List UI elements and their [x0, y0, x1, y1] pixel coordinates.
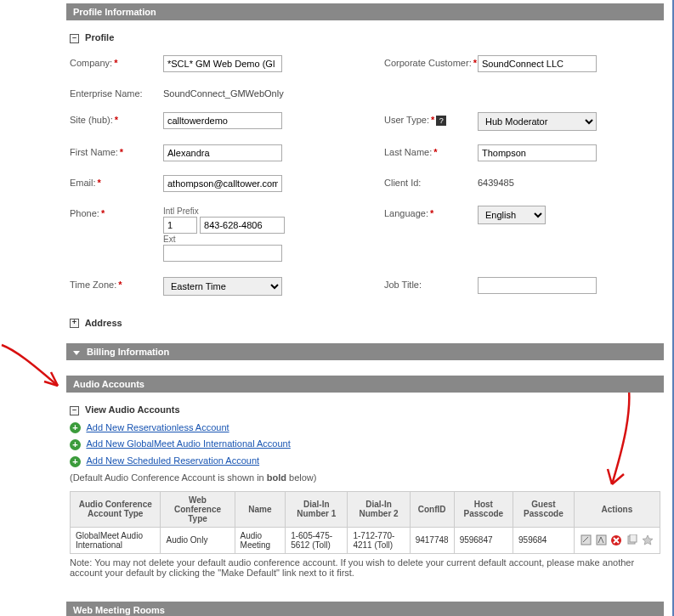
first-name-label: First Name:	[70, 147, 118, 157]
site-label: Site (hub):	[70, 115, 113, 125]
job-title-input[interactable]	[478, 277, 597, 294]
last-name-label: Last Name:	[384, 147, 432, 157]
svg-rect-4	[630, 534, 637, 542]
phone-label: Phone:	[70, 208, 99, 218]
help-icon[interactable]: ?	[436, 116, 446, 126]
corp-customer-label: Corporate Customer:	[384, 58, 472, 68]
user-type-select[interactable]: Hub Moderator	[478, 112, 597, 131]
th-dial1: Dial-In Number 1	[286, 491, 348, 527]
th-guest: Guest Passcode	[513, 491, 575, 527]
audio-footer-note: Note: You may not delete your default au…	[70, 557, 660, 578]
language-select[interactable]: English	[478, 206, 546, 224]
collapse-icon[interactable]: –	[70, 34, 79, 43]
svg-rect-0	[581, 535, 591, 545]
phone-input[interactable]	[200, 217, 285, 234]
star-icon[interactable]	[642, 534, 654, 546]
th-web-type: Web Conference Type	[161, 491, 235, 527]
first-name-input[interactable]	[163, 144, 282, 161]
timezone-select[interactable]: Eastern Time	[163, 277, 282, 296]
section-audio: Audio Accounts	[66, 376, 664, 393]
timezone-label: Time Zone:	[70, 280, 116, 290]
profile-subtitle: Profile	[85, 32, 114, 42]
enterprise-name-label: Enterprise Name:	[70, 88, 143, 99]
default-note-pre: (Default Audio Conference Account is sho…	[70, 472, 267, 483]
th-host: Host Passcode	[454, 491, 513, 527]
client-id-label: Client Id:	[384, 178, 421, 188]
email-label: Email:	[70, 178, 96, 188]
enterprise-name-value: SoundConnect_GMWebOnly	[163, 86, 384, 99]
ext-input[interactable]	[163, 245, 282, 262]
send-icon[interactable]	[596, 534, 607, 545]
add-reservationless-link[interactable]: Add New Reservationless Account	[86, 422, 229, 432]
intl-prefix-label: Intl Prefix	[163, 206, 384, 216]
th-confid: ConfID	[410, 491, 454, 527]
th-actions: Actions	[574, 491, 660, 527]
address-subtitle: Address	[85, 318, 122, 328]
th-acct-type: Audio Conference Account Type	[71, 491, 161, 527]
th-dial2: Dial-In Number 2	[348, 491, 410, 527]
language-label: Language:	[384, 208, 428, 218]
cell-dial1: 1-605-475-5612 (Toll)	[286, 527, 348, 553]
copy-icon[interactable]	[626, 534, 637, 545]
cell-acct-type: GlobalMeet Audio International	[71, 527, 161, 553]
svg-rect-1	[597, 535, 606, 545]
ext-label: Ext	[163, 235, 384, 244]
site-input[interactable]	[163, 112, 282, 129]
chevron-down-icon	[73, 351, 80, 355]
section-billing[interactable]: Billing Information	[66, 343, 664, 360]
th-name: Name	[235, 491, 286, 527]
client-id-value: 6439485	[478, 175, 656, 188]
cell-confid: 9417748	[410, 527, 454, 553]
section-web: Web Meeting Rooms	[66, 602, 664, 616]
cell-guest: 959684	[513, 527, 575, 553]
view-audio-title: View Audio Accounts	[85, 404, 179, 415]
plus-icon: +	[70, 422, 81, 433]
add-scheduled-link[interactable]: Add New Scheduled Reservation Account	[86, 455, 259, 466]
plus-icon: +	[70, 456, 81, 467]
cell-web-type: Audio Only	[161, 527, 235, 553]
collapse-icon[interactable]: –	[70, 406, 79, 415]
audio-accounts-table: Audio Conference Account Type Web Confer…	[70, 491, 660, 554]
plus-icon: +	[70, 439, 81, 450]
default-note-post: below)	[286, 472, 316, 483]
cell-name: Audio Meeting	[235, 527, 286, 553]
job-title-label: Job Title:	[384, 280, 422, 290]
user-type-label: User Type:	[384, 115, 429, 125]
table-row: GlobalMeet Audio International Audio Onl…	[71, 527, 660, 553]
corp-customer-input[interactable]	[478, 55, 597, 72]
company-input[interactable]	[163, 55, 282, 72]
section-profile-info: Profile Information	[66, 3, 664, 20]
last-name-input[interactable]	[478, 144, 597, 161]
company-label: Company:	[70, 58, 112, 68]
email-input[interactable]	[163, 175, 282, 192]
add-globalmeet-link[interactable]: Add New GlobalMeet Audio International A…	[86, 438, 290, 449]
edit-icon[interactable]	[581, 534, 592, 545]
default-note-bold: bold	[267, 472, 286, 483]
cell-dial2: 1-712-770-4211 (Toll)	[348, 527, 410, 553]
intl-prefix-input[interactable]	[163, 217, 197, 234]
delete-icon[interactable]	[610, 534, 622, 546]
cell-host: 9596847	[454, 527, 513, 553]
expand-icon[interactable]: +	[70, 319, 79, 328]
